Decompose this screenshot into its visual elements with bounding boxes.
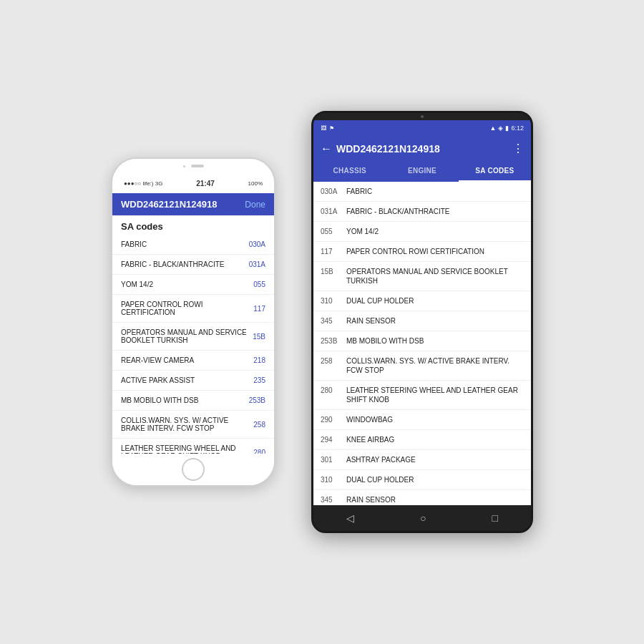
ios-item-name: YOM 14/2: [121, 280, 253, 288]
android-item-code: 345: [321, 316, 346, 325]
android-item-name: MB MOBILO WITH DSB: [346, 336, 524, 346]
ios-item-name: MB MOBILO WITH DSB: [121, 396, 249, 404]
android-list-item: 310 DUAL CUP HOLDER: [313, 291, 531, 311]
ios-item-name: REAR-VIEW CAMERA: [121, 356, 253, 364]
android-header-left: ← WDD2462121N124918: [321, 142, 440, 155]
ios-carrier: ●●●○○ life:) 3G: [124, 180, 162, 187]
android-item-code: 310: [321, 475, 346, 484]
ios-battery: 100%: [248, 180, 263, 187]
android-item-name: YOM 14/2: [346, 227, 524, 236]
ios-list-item: FABRIC - BLACK/ANTHRACITE 031A: [112, 255, 274, 275]
ios-sa-codes-list: FABRIC 030A FABRIC - BLACK/ANTHRACITE 03…: [112, 235, 274, 454]
android-back-button[interactable]: ←: [321, 142, 332, 155]
android-item-code: 055: [321, 227, 346, 235]
android-item-name: DUAL CUP HOLDER: [346, 475, 524, 484]
ios-speaker: [191, 165, 204, 167]
ios-item-name: FABRIC: [121, 240, 249, 248]
ios-item-code: 235: [253, 376, 265, 384]
ios-time: 21:47: [196, 180, 215, 187]
android-item-code: 258: [321, 356, 346, 365]
ios-item-name: COLLIS.WARN. SYS. W/ ACTIVE BRAKE INTERV…: [121, 416, 253, 432]
ios-list-item: LEATHER STEERING WHEEL AND LEATHER GEAR …: [112, 439, 274, 454]
android-list-item: 055 YOM 14/2: [313, 222, 531, 242]
ios-header: WDD2462121N124918 Done: [112, 193, 274, 215]
android-tab-sa-codes[interactable]: SA CODES: [459, 161, 531, 182]
ios-home-button[interactable]: [182, 458, 205, 481]
ios-item-code: 031A: [249, 260, 265, 268]
android-list-item: 258 COLLIS.WARN. SYS. W/ ACTIVE BRAKE IN…: [313, 351, 531, 381]
ios-item-name: LEATHER STEERING WHEEL AND LEATHER GEAR …: [121, 444, 253, 454]
android-nav-bar: ◁ ○ □: [313, 505, 531, 531]
android-list-item: 030A FABRIC: [313, 182, 531, 202]
android-list-item: 290 WINDOWBAG: [313, 410, 531, 430]
alert-status-icon: ⚑: [329, 125, 334, 132]
android-item-name: DUAL CUP HOLDER: [346, 296, 524, 306]
android-list-item: 117 PAPER CONTROL ROWI CERTIFICATION: [313, 242, 531, 262]
android-nav-home[interactable]: ○: [420, 512, 426, 524]
ios-item-code: 055: [253, 280, 265, 288]
ios-done-button[interactable]: Done: [245, 200, 265, 210]
android-battery-icon: ▮: [505, 125, 509, 132]
android-list-item: 280 LEATHER STEERING WHEEL AND LEATHER G…: [313, 381, 531, 410]
ios-item-name: OPERATORS MANUAL AND SERVICE BOOKLET TUR…: [121, 328, 253, 344]
android-nav-recent[interactable]: □: [492, 512, 498, 524]
ios-home-bar: [112, 454, 274, 485]
android-header: ← WDD2462121N124918 ⋮: [313, 136, 531, 161]
ios-item-code: 280: [253, 449, 265, 454]
ios-item-code: 253B: [249, 396, 265, 404]
ios-item-code: 030A: [249, 240, 265, 248]
android-tab-chassis[interactable]: CHASSIS: [313, 161, 386, 182]
photo-status-icon: 🖼: [321, 125, 326, 132]
android-item-code: 294: [321, 435, 346, 444]
android-item-code: 310: [321, 296, 346, 305]
android-item-name: ASHTRAY PACKAGE: [346, 455, 524, 464]
ios-list-item: PAPER CONTROL ROWI CERTIFICATION 117: [112, 295, 274, 323]
ios-front-camera: [183, 165, 185, 167]
android-item-name: LEATHER STEERING WHEEL AND LEATHER GEAR …: [346, 386, 524, 404]
ios-list-item: FABRIC 030A: [112, 235, 274, 255]
android-item-code: 117: [321, 247, 346, 255]
android-signal-icon: ▲: [490, 125, 497, 132]
android-item-code: 301: [321, 455, 346, 464]
android-vin: WDD2462121N124918: [336, 143, 440, 155]
android-nav-back[interactable]: ◁: [346, 512, 354, 524]
android-item-name: RAIN SENSOR: [346, 316, 524, 326]
android-camera-dot: [421, 115, 424, 118]
android-more-button[interactable]: ⋮: [512, 142, 524, 155]
android-item-code: 290: [321, 415, 346, 424]
android-wifi-icon: ◈: [498, 125, 503, 132]
ios-phone: ●●●○○ life:) 3G 21:47 100% WDD2462121N12…: [111, 157, 275, 487]
android-item-code: 15B: [321, 267, 346, 275]
android-item-code: 280: [321, 386, 346, 394]
android-item-code: 345: [321, 495, 346, 504]
ios-list-item: MB MOBILO WITH DSB 253B: [112, 391, 274, 411]
android-sa-codes-list: 030A FABRIC 031A FABRIC - BLACK/ANTHRACI…: [313, 182, 531, 505]
android-item-code: 030A: [321, 187, 346, 195]
ios-item-name: ACTIVE PARK ASSIST: [121, 376, 253, 384]
ios-item-code: 258: [253, 421, 265, 429]
android-item-name: OPERATORS MANUAL AND SERVICE BOOKLET TUR…: [346, 267, 524, 286]
android-item-code: 253B: [321, 336, 346, 345]
ios-item-code: 218: [253, 356, 265, 364]
android-phone: 🖼 ⚑ ▲ ◈ ▮ 6:12 ← WDD2462121N124918 ⋮ CHA…: [311, 111, 533, 533]
scene: ●●●○○ life:) 3G 21:47 100% WDD2462121N12…: [0, 0, 644, 644]
android-tab-engine[interactable]: ENGINE: [386, 161, 458, 182]
android-list-item: 345 RAIN SENSOR: [313, 490, 531, 505]
android-item-name: COLLIS.WARN. SYS. W/ ACTIVE BRAKE INTERV…: [346, 356, 524, 375]
ios-item-name: FABRIC - BLACK/ANTHRACITE: [121, 260, 249, 268]
android-status-right: ▲ ◈ ▮ 6:12: [490, 125, 524, 132]
ios-camera-area: [112, 159, 274, 173]
android-item-code: 031A: [321, 207, 346, 215]
android-list-item: 15B OPERATORS MANUAL AND SERVICE BOOKLET…: [313, 262, 531, 291]
android-item-name: PAPER CONTROL ROWI CERTIFICATION: [346, 247, 524, 256]
android-list-item: 294 KNEE AIRBAG: [313, 430, 531, 450]
ios-list-item: REAR-VIEW CAMERA 218: [112, 351, 274, 371]
ios-list-item: YOM 14/2 055: [112, 275, 274, 295]
android-list-item: 310 DUAL CUP HOLDER: [313, 470, 531, 490]
ios-item-code: 15B: [253, 333, 265, 341]
ios-section-title: SA codes: [112, 215, 274, 235]
ios-status-bar: ●●●○○ life:) 3G 21:47 100%: [112, 173, 274, 193]
android-item-name: RAIN SENSOR: [346, 495, 524, 504]
ios-list-item: COLLIS.WARN. SYS. W/ ACTIVE BRAKE INTERV…: [112, 411, 274, 439]
android-tabs: CHASSISENGINESA CODES: [313, 161, 531, 182]
